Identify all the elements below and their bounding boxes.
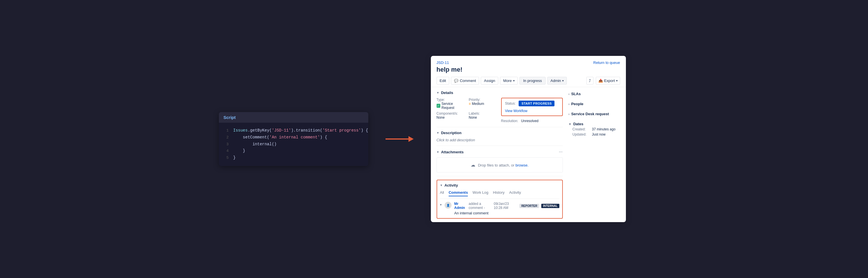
service-desk-chevron-icon: › [568,112,570,116]
collapse-icon: ▾ [440,203,442,215]
attachments-header-row: ▼ Attachments ··· [437,149,563,154]
comment-action: added a comment - [469,202,492,210]
code-line-3: 3 internal() [219,141,368,148]
edit-button[interactable]: Edit [437,77,449,84]
avatar: 👤 [444,202,452,209]
arrow-head [408,136,414,142]
code-body: 1 Issues.getByKey('JSD-11').transition('… [219,123,368,166]
description-header[interactable]: ▼ Description [437,131,563,135]
description-placeholder[interactable]: Click to add description [437,138,563,142]
created-label: Created: [572,127,590,131]
comment-meta: Mr Admin added a comment - 09/Jan/23 10:… [454,202,559,210]
tab-activity[interactable]: Activity [509,190,521,196]
activity-section: ▼ Activity All Comments Work Log History… [437,180,563,219]
updated-row: Updated: Just now [572,132,620,136]
tab-comments[interactable]: Comments [448,190,468,196]
components-value: None [437,115,466,119]
dates-section: ▼ Dates Created: 37 minutes ago Updated:… [568,121,620,136]
code-line-1: 1 Issues.getByKey('JSD-11').transition('… [219,127,368,134]
arrow [385,136,414,142]
labels-value: None [469,115,498,119]
line-number-2: 2 [219,134,233,141]
service-request-icon: ✓ [437,104,441,108]
activity-tabs: All Comments Work Log History Activity [440,190,559,199]
activity-header[interactable]: ▼ Activity [440,183,559,187]
details-chevron-icon: ▼ [437,91,439,94]
browse-link[interactable]: browse. [516,163,529,167]
resolution-value: Unresolved [521,119,539,123]
issue-body: ▼ Details Type: ✓ Service Requ [431,87,626,222]
issue-header: JSD-11 help me! Return to queue Edit 💬 C… [431,56,626,87]
issue-panel: JSD-11 help me! Return to queue Edit 💬 C… [431,56,626,222]
priority-value: ≡ Medium [469,102,498,106]
priority-icon: ≡ [469,102,471,106]
start-progress-button[interactable]: START PROGRESS [519,101,555,106]
dates-header[interactable]: ▼ Dates [568,121,620,127]
attachments-header[interactable]: ▼ Attachments [437,150,464,154]
line-number-5: 5 [219,155,233,161]
line-number-1: 1 [219,128,233,134]
chevron-down-icon: ▾ [513,79,515,82]
people-chevron-icon: › [568,102,570,106]
assign-button[interactable]: Assign [481,77,498,84]
upload-icon: ☁ [471,162,475,168]
resolution-label: Resolution: [501,119,518,123]
more-button[interactable]: More ▾ [500,77,518,84]
labels-label: Labels: [469,111,498,115]
line-content-5: } [233,154,236,161]
type-label: Type: [437,98,466,102]
components-label: Component/s: [437,111,466,115]
service-desk-header[interactable]: › Service Desk request [568,111,620,117]
line-content-3: internal() [233,141,277,148]
internal-badge: INTERNAL [541,204,559,208]
dates-chevron-icon: ▼ [568,123,572,126]
created-value: 37 minutes ago [592,127,616,131]
details-right: Status: START PROGRESS View Workflow Res… [501,98,563,123]
code-panel: Script 1 Issues.getByKey('JSD-11').trans… [219,112,368,166]
status-button[interactable]: In progress [520,77,546,84]
arrow-indicator [385,136,414,142]
issue-id: JSD-11 [437,61,462,65]
admin-button[interactable]: Admin ▾ [547,77,567,84]
created-row: Created: 37 minutes ago [572,127,620,131]
export-button[interactable]: 📤 Export ▾ [596,77,620,84]
issue-actions-bar: Edit 💬 Comment Assign More ▾ In progress… [437,77,620,84]
comment-button[interactable]: 💬 Comment [451,77,479,84]
arrow-line [385,138,408,140]
activity-chevron-icon: ▼ [440,184,443,187]
issue-main: ▼ Details Type: ✓ Service Requ [437,91,563,219]
line-content-2: setComment('An internal comment') { [233,134,327,141]
drop-zone[interactable]: ☁ Drop files to attach, or browse. [437,157,563,173]
people-header[interactable]: › People [568,101,620,107]
export-icon: 📤 [598,78,603,83]
code-line-2: 2 setComment('An internal comment') { [219,134,368,141]
admin-chevron-icon: ▾ [562,79,564,82]
code-line-5: 5 } [219,154,368,161]
attachments-section: ▼ Attachments ··· ☁ Drop files to attach… [437,149,563,176]
right-actions: ⤴ 📤 Export ▾ [586,77,620,84]
code-line-4: 4 } [219,148,368,154]
slas-header[interactable]: › SLAs [568,91,620,97]
tab-worklog[interactable]: Work Log [472,190,488,196]
description-section: ▼ Description Click to add description [437,131,563,146]
view-workflow-row: View Workflow [505,108,559,113]
reporter-badge: REPORTER [520,204,539,208]
details-left: Type: ✓ Service Request Priority: [437,98,498,124]
comment-icon: 💬 [454,79,458,83]
type-value: ✓ Service Request [437,102,466,110]
tab-all[interactable]: All [440,190,444,196]
description-chevron-icon: ▼ [437,131,439,134]
commenter-name: Mr Admin [454,202,466,210]
attachments-options-button[interactable]: ··· [559,149,562,154]
line-number-4: 4 [219,148,233,154]
return-to-queue-link[interactable]: Return to queue [593,61,620,65]
view-workflow-link[interactable]: View Workflow [505,109,528,113]
slas-section: › SLAs [568,91,620,97]
updated-value: Just now [592,132,606,136]
details-header[interactable]: ▼ Details [437,91,563,95]
tab-history[interactable]: History [493,190,504,196]
comment-date: 09/Jan/23 10:28 AM [494,202,517,210]
code-panel-title: Script [219,112,368,123]
export-chevron-icon: ▾ [616,79,618,82]
share-button[interactable]: ⤴ [586,77,593,84]
